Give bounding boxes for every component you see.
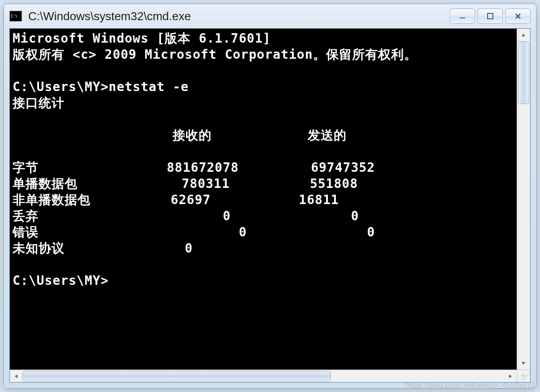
row-unicast-recv: 780311 (182, 176, 230, 191)
maximize-button[interactable] (478, 9, 503, 24)
row-bytes-label: 字节 (13, 160, 39, 175)
scroll-down-button[interactable] (517, 357, 530, 370)
terminal-viewport[interactable]: Microsoft Windows [版本 6.1.7601] 版权所有 <c>… (10, 29, 517, 370)
vertical-scrollbar[interactable] (517, 29, 530, 370)
cmd-window: C:\Windows\system32\cmd.exe Microsoft Wi… (4, 4, 536, 388)
window-controls (450, 9, 532, 24)
svg-marker-6 (15, 375, 17, 378)
prompt-2: C:\Users\MY> (13, 273, 109, 288)
row-nonunicast-sent: 16811 (299, 192, 339, 207)
watermark: https://blog.csdn.net/weixin_45525272 (405, 381, 536, 389)
column-header-row: 接收的 发送的 (13, 128, 347, 143)
row-discard-recv: 0 (223, 209, 231, 223)
prompt-1: C:\Users\MY>netstat -e (13, 79, 189, 94)
row-unicast-sent: 551808 (310, 176, 358, 191)
row-unicast-label: 单播数据包 (13, 176, 78, 191)
row-discard-sent: 0 (351, 209, 359, 223)
svg-rect-1 (488, 13, 493, 19)
row-discard-label: 丢弃 (13, 209, 39, 223)
row-error-recv: 0 (239, 225, 247, 240)
prompt-1-command: netstat -e (109, 79, 189, 94)
window-title: C:\Windows\system32\cmd.exe (26, 9, 445, 23)
chevron-right-icon (508, 374, 513, 379)
row-error-label: 错误 (13, 225, 39, 240)
vertical-scroll-track[interactable] (517, 41, 530, 357)
prompt-1-path: C:\Users\MY> (13, 79, 109, 94)
scroll-up-button[interactable] (517, 29, 530, 41)
svg-marker-4 (522, 34, 525, 36)
row-nonunicast-recv: 62697 (171, 192, 211, 207)
terminal-area: Microsoft Windows [版本 6.1.7601] 版权所有 <c>… (9, 28, 531, 383)
row-bytes: 字节 881672078 69747352 (13, 160, 375, 175)
row-unknown-recv: 0 (185, 241, 193, 256)
close-button[interactable] (505, 9, 531, 24)
heading-interface-stats: 接口统计 (13, 96, 65, 110)
cmd-icon (9, 11, 22, 22)
row-nonunicast: 非单播数据包 62697 16811 (13, 192, 339, 207)
chevron-down-icon (521, 361, 526, 366)
row-bytes-recv: 881672078 (167, 160, 239, 175)
scroll-left-button[interactable] (10, 370, 22, 383)
chevron-left-icon (13, 374, 19, 379)
horizontal-scroll-thumb[interactable] (22, 371, 331, 381)
terminal-output: Microsoft Windows [版本 6.1.7601] 版权所有 <c>… (10, 29, 517, 291)
row-discard: 丢弃 0 0 (13, 209, 359, 223)
line-copyright: 版权所有 <c> 2009 Microsoft Corporation。保留所有… (13, 47, 417, 62)
vertical-scroll-thumb[interactable] (518, 41, 529, 104)
close-icon (514, 12, 522, 20)
resize-grip[interactable] (517, 370, 530, 382)
maximize-icon (486, 12, 494, 20)
titlebar[interactable]: C:\Windows\system32\cmd.exe (4, 4, 536, 28)
row-unicast: 单播数据包 780311 551808 (13, 176, 358, 191)
row-unknown-label: 未知协议 (13, 241, 65, 256)
svg-marker-7 (509, 375, 512, 378)
row-error-sent: 0 (367, 225, 375, 240)
scroll-right-button[interactable] (504, 370, 517, 383)
minimize-button[interactable] (450, 9, 475, 24)
row-unknown: 未知协议 0 (13, 241, 193, 256)
line-version: Microsoft Windows [版本 6.1.7601] (13, 31, 271, 46)
row-bytes-sent: 69747352 (311, 160, 375, 175)
minimize-icon (458, 12, 466, 20)
horizontal-scrollbar[interactable] (10, 370, 517, 382)
horizontal-scroll-track[interactable] (22, 370, 504, 382)
svg-marker-5 (522, 362, 525, 365)
chevron-up-icon (521, 32, 526, 38)
row-error: 错误 0 0 (13, 225, 375, 240)
row-nonunicast-label: 非单播数据包 (13, 192, 91, 207)
